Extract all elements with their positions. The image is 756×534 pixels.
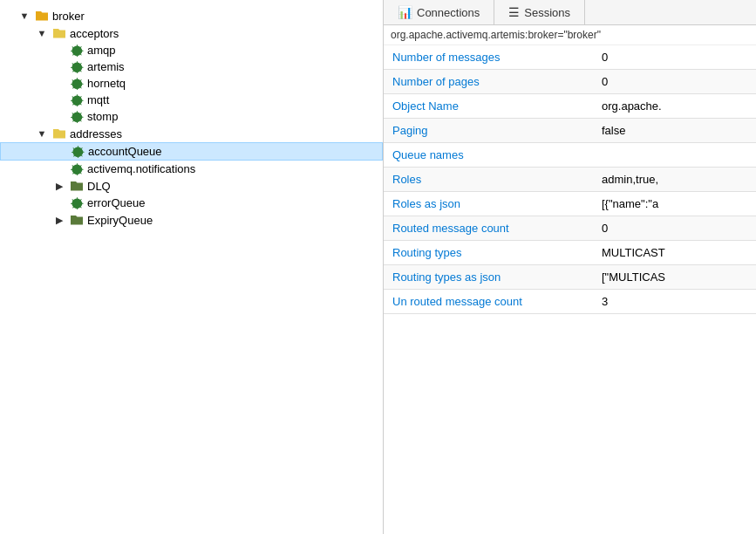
attr-value-cell: 0 (593, 45, 756, 70)
tree-item-dlq[interactable]: ▶ DLQ (0, 177, 383, 195)
tree-item-broker[interactable]: ▼ broker (0, 7, 383, 24)
attr-name-cell: Number of pages (384, 70, 593, 94)
table-row[interactable]: Routing typesMULTICAST (384, 241, 756, 265)
gear-icon-amqp (69, 44, 85, 57)
artemis-label: artemis (87, 60, 125, 73)
tree-item-expiryqueue[interactable]: ▶ ExpiryQueue (0, 211, 383, 229)
accountqueue-label: accountQueue (88, 145, 162, 158)
tree-item-acceptors[interactable]: ▼ acceptors (0, 24, 383, 42)
dlq-label: DLQ (87, 180, 111, 193)
tab-sessions[interactable]: ☰ Sessions (494, 0, 585, 24)
object-name-text: org.apache.activemq.artemis:broker="brok… (391, 29, 601, 41)
attr-value-cell: 0 (593, 70, 756, 94)
toggle-acceptors[interactable]: ▼ (35, 28, 49, 38)
table-row[interactable]: Un routed message count3 (384, 290, 756, 314)
folder-icon-expiryqueue (69, 213, 85, 227)
folder-icon-addresses (51, 127, 67, 140)
gear-icon-stomp (69, 110, 85, 123)
gear-icon-accountqueue (70, 145, 85, 158)
tree-item-activemq-notifications[interactable]: activemq.notifications (0, 161, 383, 177)
toggle-addresses[interactable]: ▼ (35, 128, 49, 139)
attr-name-cell: Routed message count (384, 216, 593, 241)
toggle-dlq[interactable]: ▶ (52, 181, 66, 192)
expiryqueue-label: ExpiryQueue (87, 214, 153, 227)
mqtt-label: mqtt (87, 93, 109, 106)
attr-value-cell (593, 143, 756, 168)
attr-name-cell: Un routed message count (384, 290, 593, 314)
table-row[interactable]: Routed message count0 (384, 216, 756, 241)
table-row[interactable]: Queue names (384, 143, 756, 168)
folder-icon-acceptors (51, 26, 67, 40)
connections-icon: 📊 (398, 5, 412, 19)
table-row[interactable]: Pagingfalse (384, 119, 756, 143)
tree-item-mqtt[interactable]: mqtt (0, 92, 383, 108)
attr-name-cell: Roles as json (384, 192, 593, 216)
object-name-bar: org.apache.activemq.artemis:broker="brok… (384, 25, 756, 45)
attr-value-cell: admin,true, (593, 168, 756, 192)
broker-label: broker (52, 10, 85, 23)
attributes-table: Number of messages0Number of pages0Objec… (384, 45, 756, 314)
tree-item-addresses[interactable]: ▼ addresses (0, 125, 383, 142)
attr-name-cell: Number of messages (384, 45, 593, 70)
tab-sessions-label: Sessions (524, 6, 570, 19)
table-row[interactable]: Roles as json[{"name":"a (384, 192, 756, 216)
gear-icon-errorqueue (69, 196, 85, 209)
tab-connections[interactable]: 📊 Connections (384, 0, 494, 24)
attr-name-cell: Roles (384, 168, 593, 192)
tree-item-artemis[interactable]: artemis (0, 58, 383, 75)
tree-item-accountqueue[interactable]: accountQueue (0, 142, 383, 161)
attr-name-cell: Paging (384, 119, 593, 143)
tab-connections-label: Connections (417, 6, 480, 19)
table-row[interactable]: Rolesadmin,true, (384, 168, 756, 192)
amqp-label: amqp (87, 44, 116, 57)
attr-value-cell: false (593, 119, 756, 143)
toggle-expiryqueue[interactable]: ▶ (52, 215, 66, 226)
gear-icon-artemis (69, 60, 85, 73)
attr-name-cell: Routing types (384, 241, 593, 265)
addresses-label: addresses (70, 127, 122, 140)
attr-name-cell: Queue names (384, 143, 593, 168)
attr-value-cell: 0 (593, 216, 756, 241)
tree-item-errorqueue[interactable]: errorQueue (0, 195, 383, 211)
acceptors-label: acceptors (70, 27, 119, 40)
stomp-label: stomp (87, 110, 118, 123)
folder-icon-dlq (69, 179, 85, 193)
activemq-notifications-label: activemq.notifications (87, 162, 195, 175)
gear-icon-activemq-notifications (69, 162, 85, 175)
table-row[interactable]: Routing types as json["MULTICAS (384, 265, 756, 290)
gear-icon-hornetq (69, 77, 85, 90)
attr-value-cell: ["MULTICAS (593, 265, 756, 290)
attr-name-cell: Routing types as json (384, 265, 593, 290)
attr-name-cell: Object Name (384, 94, 593, 119)
attr-value-cell: MULTICAST (593, 241, 756, 265)
table-row[interactable]: Number of messages0 (384, 45, 756, 70)
tree-item-stomp[interactable]: stomp (0, 108, 383, 125)
hornetq-label: hornetq (87, 77, 126, 90)
table-row[interactable]: Object Nameorg.apache. (384, 94, 756, 119)
tree-item-hornetq[interactable]: hornetq (0, 75, 383, 92)
tree-panel: ▼ broker ▼ acceptors amqp artemis hornet… (0, 0, 384, 534)
tree-item-amqp[interactable]: amqp (0, 42, 383, 58)
gear-icon-mqtt (69, 93, 85, 106)
table-row[interactable]: Number of pages0 (384, 70, 756, 94)
toggle-broker[interactable]: ▼ (17, 10, 31, 21)
spacer-amqp (52, 45, 66, 56)
sessions-icon: ☰ (508, 5, 520, 19)
attr-value-cell: 3 (593, 290, 756, 314)
folder-icon-broker (34, 9, 50, 23)
tabs-bar: 📊 Connections ☰ Sessions (384, 0, 756, 25)
attr-value-cell: [{"name":"a (593, 192, 756, 216)
errorqueue-label: errorQueue (87, 196, 145, 209)
right-panel: 📊 Connections ☰ Sessions org.apache.acti… (384, 0, 756, 534)
attr-value-cell: org.apache. (593, 94, 756, 119)
